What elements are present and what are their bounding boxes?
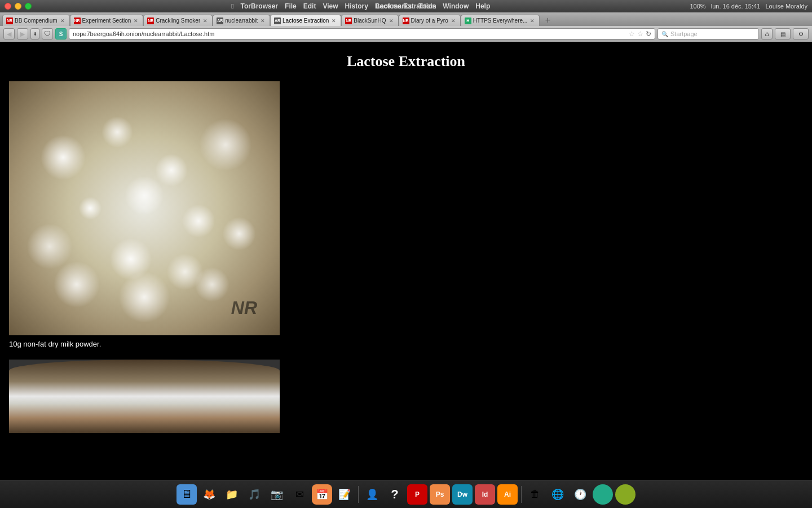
dock-trash[interactable]: 🗑 xyxy=(525,484,545,505)
tab-label-le: Lactose Extraction xyxy=(283,17,329,24)
datetime: lun. 16 déc. 15:41 xyxy=(711,3,760,10)
titlebar:  TorBrowser File Edit View History Book… xyxy=(0,0,812,12)
dock-calendar[interactable]: 📅 xyxy=(312,484,332,505)
minimize-button[interactable] xyxy=(15,3,21,10)
tab-nuclearrabbit[interactable]: AR nuclearrabbit ✕ xyxy=(213,15,270,26)
tab-close-cs[interactable]: ✕ xyxy=(202,17,209,24)
tab-label-bshq: BlackSunHQ xyxy=(354,17,386,24)
milk-powder-image: NR xyxy=(9,81,280,335)
back-button[interactable]: ◀ xyxy=(3,28,15,40)
tab-label-exp: Experiment Section xyxy=(82,17,131,24)
tab-favicon-cs: NR xyxy=(147,17,154,24)
file-menu[interactable]: File xyxy=(285,2,297,10)
dock-finder[interactable]: 🖥 xyxy=(176,484,197,505)
reload-button[interactable]: ↻ xyxy=(646,30,651,38)
bookmark-star-icon[interactable]: ☆ xyxy=(629,30,635,38)
new-tab-button[interactable]: + xyxy=(542,15,553,26)
nav-shield-btn[interactable]: 🛡 xyxy=(42,28,53,40)
tab-favicon-bb: NR xyxy=(6,17,13,24)
tab-favicon-bshq: NR xyxy=(345,17,352,24)
tab-label-nr: nuclearrabbit xyxy=(225,17,258,24)
bowl-texture xyxy=(9,360,280,433)
search-placeholder: Startpage xyxy=(670,30,698,37)
tab-label-https: HTTPS Everywhere... xyxy=(473,17,528,24)
tab-favicon-https: H xyxy=(465,17,471,24)
tab-close-pyro[interactable]: ✕ xyxy=(450,17,457,24)
tab-blacksunhq[interactable]: NR BlackSunHQ ✕ xyxy=(341,15,398,26)
dock-photos[interactable]: 📷 xyxy=(267,484,287,505)
dock-mail[interactable]: ✉ xyxy=(289,484,310,505)
home-button[interactable]: ⌂ xyxy=(761,28,773,40)
view-menu[interactable]: View xyxy=(323,2,338,10)
page-title: Lactose Extraction xyxy=(9,53,803,70)
dock-notes[interactable]: 📝 xyxy=(334,484,355,505)
dock-system2[interactable] xyxy=(615,484,636,505)
tab-https-everywhere[interactable]: H HTTPS Everywhere... ✕ xyxy=(461,15,540,26)
battery-info: 100% xyxy=(690,3,705,10)
tab-experiment-section[interactable]: NR Experiment Section ✕ xyxy=(70,15,144,26)
tab-label-bb: BB Compendium xyxy=(15,17,58,24)
search-bar[interactable]: 🔍 Startpage xyxy=(657,28,759,40)
dock-app2[interactable]: Ps xyxy=(430,484,450,505)
tab-close-https[interactable]: ✕ xyxy=(529,17,536,24)
dock-app1[interactable]: P xyxy=(407,484,427,505)
tab-close-exp[interactable]: ✕ xyxy=(133,17,139,24)
titlebar-left xyxy=(5,3,32,10)
dock-clock[interactable]: 🕐 xyxy=(570,484,590,505)
dock-question[interactable]: ? xyxy=(385,484,405,505)
nav-s-btn[interactable]: S xyxy=(55,28,67,40)
tab-favicon-nr: AR xyxy=(217,17,223,24)
search-icon: 🔍 xyxy=(661,31,668,37)
tab-favicon-le: AR xyxy=(274,17,281,24)
tab-diary-of-pyro[interactable]: NR Diary of a Pyro ✕ xyxy=(399,15,461,26)
tab-close-le[interactable]: ✕ xyxy=(330,17,337,24)
dock-folder[interactable]: 📁 xyxy=(222,484,242,505)
dock-divider-1 xyxy=(358,486,359,503)
titlebar-info: 100% lun. 16 déc. 15:41 Louise Moraldy xyxy=(690,3,807,10)
maximize-button[interactable] xyxy=(25,3,32,10)
nav-settings-btn[interactable]: ⚙ xyxy=(793,28,809,40)
close-button[interactable] xyxy=(5,3,11,10)
dock-person[interactable]: 👤 xyxy=(362,484,382,505)
bookmark-star2-icon[interactable]: ☆ xyxy=(637,30,643,38)
dock-divider-2 xyxy=(521,486,522,503)
url-text: nope7beergoa64ih.onion/nuclearrabbit/Lac… xyxy=(73,30,626,37)
tab-label-cs: Crackling Smoker xyxy=(156,17,200,24)
dock-system1[interactable] xyxy=(593,484,613,505)
image-caption-1: 10g non-fat dry milk powder. xyxy=(9,340,803,348)
window-title: Lactose Extraction xyxy=(376,2,436,10)
tab-favicon-pyro: NR xyxy=(403,17,409,24)
edit-menu[interactable]: Edit xyxy=(303,2,316,10)
tab-lactose-extraction[interactable]: AR Lactose Extraction ✕ xyxy=(270,15,341,26)
bowl-image xyxy=(9,360,280,433)
dock-app4[interactable]: Id xyxy=(475,484,495,505)
username: Louise Moraldy xyxy=(765,3,807,10)
navbar: ◀ ▶ ⬇ 🛡 S nope7beergoa64ih.onion/nuclear… xyxy=(0,26,812,42)
history-menu[interactable]: History xyxy=(345,2,368,10)
dock-app5[interactable]: Ai xyxy=(497,484,518,505)
page-content: Lactose Extraction NR 10g non-fat dry mi… xyxy=(0,42,812,480)
dock-network[interactable]: 🌐 xyxy=(548,484,568,505)
dock-app3[interactable]: Dw xyxy=(452,484,473,505)
tab-close-bshq[interactable]: ✕ xyxy=(388,17,395,24)
forward-button[interactable]: ▶ xyxy=(17,28,28,40)
nr-watermark: NR xyxy=(231,297,257,318)
nav-display-btn[interactable]: ▤ xyxy=(775,28,791,40)
apple-menu[interactable]:  xyxy=(231,2,233,10)
window-menu[interactable]: Window xyxy=(443,2,469,10)
dock-firefox[interactable]: 🦊 xyxy=(199,484,219,505)
tab-label-pyro: Diary of a Pyro xyxy=(411,17,448,24)
tab-bb-compendium[interactable]: NR BB Compendium ✕ xyxy=(2,15,70,26)
app-name[interactable]: TorBrowser xyxy=(241,2,278,10)
dock: 🖥 🦊 📁 🎵 📷 ✉ 📅 📝 👤 ? P Ps Dw Id Ai 🗑 🌐 🕐 xyxy=(0,480,812,508)
tab-close-bb[interactable]: ✕ xyxy=(59,17,66,24)
tab-crackling-smoker[interactable]: NR Crackling Smoker ✕ xyxy=(143,15,213,26)
help-menu[interactable]: Help xyxy=(475,2,490,10)
tab-bar: NR BB Compendium ✕ NR Experiment Section… xyxy=(0,12,812,26)
dock-music[interactable]: 🎵 xyxy=(244,484,264,505)
url-bar[interactable]: nope7beergoa64ih.onion/nuclearrabbit/Lac… xyxy=(69,28,655,40)
tab-favicon-exp: NR xyxy=(74,17,81,24)
tab-close-nr[interactable]: ✕ xyxy=(259,17,266,24)
menu-bar:  TorBrowser File Edit View History Book… xyxy=(231,2,490,10)
nav-extra-btn[interactable]: ⬇ xyxy=(30,28,39,40)
